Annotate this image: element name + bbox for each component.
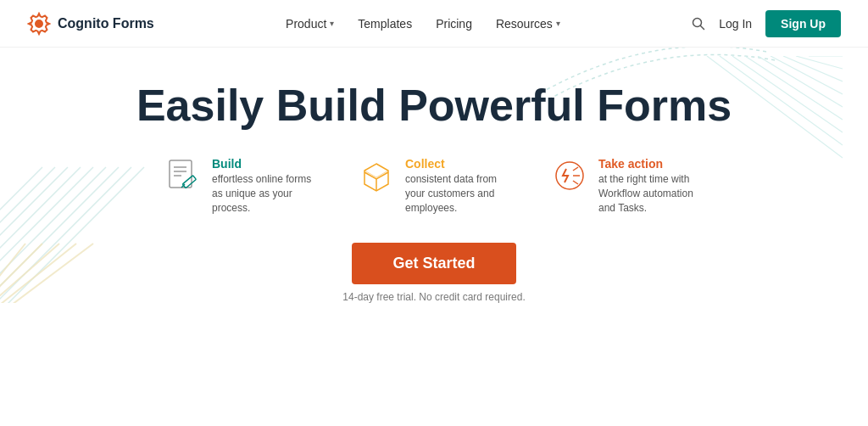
navbar: Cognito Forms Product ▾ Templates Pricin… [0,0,868,48]
search-button[interactable] [692,17,705,31]
feature-action-title: Take action [598,157,704,171]
features-row: Build effortless online forms as unique … [27,157,841,215]
nav-templates[interactable]: Templates [358,17,412,31]
feature-collect: Collect consistent data from your custom… [358,157,510,215]
get-started-button[interactable]: Get Started [352,243,515,284]
svg-line-36 [573,167,578,171]
svg-rect-25 [170,160,192,188]
logo-text: Cognito Forms [58,16,154,31]
cta-section: Get Started 14-day free trial. No credit… [27,243,841,303]
chevron-down-icon: ▾ [330,19,334,28]
hero-title: Easily Build Powerful Forms [27,81,841,130]
svg-rect-29 [182,176,196,188]
logo-icon [27,12,51,36]
svg-line-38 [573,181,578,184]
svg-line-8 [783,56,843,81]
feature-build-text: Build effortless online forms as unique … [212,157,317,215]
nav-resources[interactable]: Resources ▾ [496,17,560,31]
feature-collect-title: Collect [405,157,510,171]
build-icon [164,157,202,194]
nav-links: Product ▾ Templates Pricing Resources ▾ [286,17,560,31]
feature-build-desc: effortless online forms as unique as you… [212,172,317,215]
feature-collect-text: Collect consistent data from your custom… [405,157,510,215]
feature-action-text: Take action at the right time with Workf… [598,157,704,215]
login-button[interactable]: Log In [719,17,752,31]
svg-line-9 [796,56,843,69]
nav-actions: Log In Sign Up [692,10,841,37]
feature-action-desc: at the right time with Workflow automati… [598,172,704,215]
search-icon [692,17,705,31]
feature-build: Build effortless online forms as unique … [164,157,317,215]
nav-pricing[interactable]: Pricing [436,17,472,31]
nav-product[interactable]: Product ▾ [286,17,334,31]
svg-line-1 [701,25,704,29]
chevron-down-icon: ▾ [556,19,560,28]
feature-collect-desc: consistent data from your customers and … [405,172,510,215]
feature-build-title: Build [212,157,317,171]
hero-section: Easily Build Powerful Forms Build effor [0,48,868,303]
svg-line-24 [0,244,25,286]
signup-button[interactable]: Sign Up [765,10,841,37]
logo[interactable]: Cognito Forms [27,12,154,36]
feature-action: Take action at the right time with Workf… [551,157,704,215]
collect-icon [358,157,395,194]
cta-subtext: 14-day free trial. No credit card requir… [27,291,841,303]
action-icon [551,157,588,194]
